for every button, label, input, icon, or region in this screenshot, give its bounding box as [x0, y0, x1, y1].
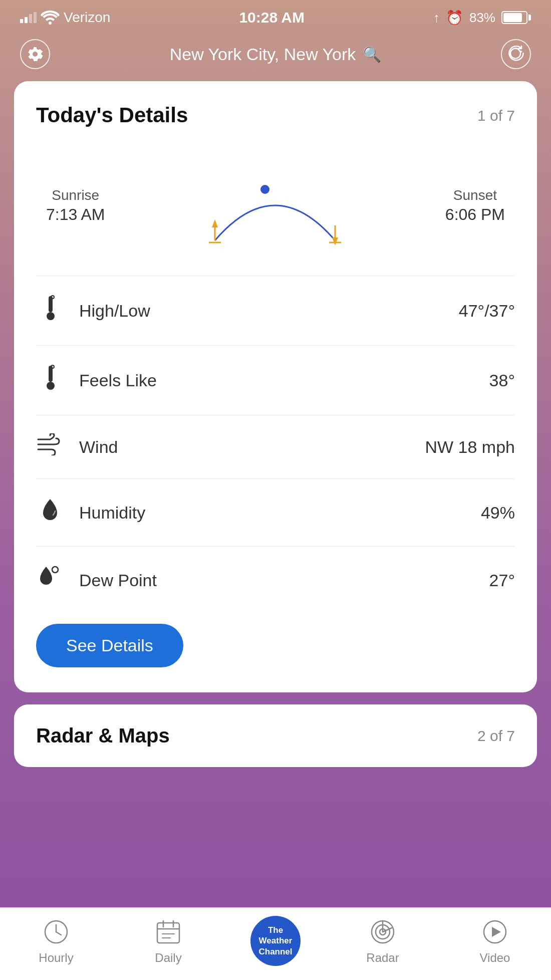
card-title: Today's Details	[36, 103, 188, 127]
high-low-label: High/Low	[79, 301, 150, 321]
wind-left: Wind	[36, 433, 118, 460]
refresh-icon	[507, 46, 524, 63]
radar-maps-card: Radar & Maps 2 of 7	[14, 704, 537, 767]
high-low-left: High/Low	[36, 294, 150, 327]
feels-like-icon	[36, 364, 64, 397]
signal-bar-3	[29, 14, 32, 23]
svg-rect-17	[157, 923, 179, 943]
nav-daily[interactable]: Daily	[138, 917, 198, 965]
sun-section: Sunrise 7:13 AM Sunset 6:06 PM	[36, 145, 515, 276]
feels-like-row: Feels Like 38°	[36, 345, 515, 415]
humidity-value: 49%	[481, 503, 515, 523]
play-icon	[480, 917, 510, 947]
svg-line-16	[56, 932, 61, 935]
wind-row: Wind NW 18 mph	[36, 415, 515, 478]
location-title[interactable]: New York City, New York 🔍	[170, 45, 382, 64]
sunset-label: Sunset	[445, 187, 505, 203]
nav-radar[interactable]: Radar	[353, 917, 413, 965]
video-label: Video	[480, 951, 510, 965]
settings-button[interactable]	[20, 39, 50, 69]
nav-twc[interactable]: TheWeatherChannel	[250, 916, 301, 966]
battery-percent: 83%	[469, 10, 495, 26]
nav-hourly[interactable]: Hourly	[26, 917, 86, 965]
location-text: New York City, New York	[170, 45, 356, 64]
carrier-name: Verizon	[64, 10, 110, 26]
location-icon: ↑	[433, 10, 440, 26]
hourly-label: Hourly	[39, 951, 73, 965]
alarm-icon: ⏰	[446, 10, 463, 26]
svg-point-8	[47, 312, 55, 320]
feels-like-value: 38°	[489, 371, 515, 390]
wind-value: NW 18 mph	[425, 437, 515, 457]
radar-card-title: Radar & Maps	[36, 724, 170, 747]
sun-arc-container	[115, 160, 435, 251]
feels-like-left: Feels Like	[36, 364, 157, 397]
svg-marker-29	[492, 927, 501, 937]
dew-point-icon	[36, 565, 64, 596]
status-left: Verizon	[20, 10, 110, 26]
daily-label: Daily	[155, 951, 181, 965]
bottom-nav: Hourly Daily TheWeatherChannel	[0, 907, 551, 980]
svg-marker-2	[212, 219, 218, 227]
svg-point-13	[52, 567, 58, 573]
calendar-icon	[153, 917, 183, 947]
svg-marker-5	[332, 237, 338, 246]
high-low-row: High/Low 47°/37°	[36, 276, 515, 345]
wind-icon	[36, 433, 64, 460]
sunset-value: 6:06 PM	[445, 205, 505, 224]
dew-point-value: 27°	[489, 571, 515, 590]
search-icon: 🔍	[363, 46, 381, 63]
app-header: New York City, New York 🔍	[0, 31, 551, 81]
high-low-value: 47°/37°	[459, 301, 515, 321]
dew-point-row: Dew Point 27°	[36, 546, 515, 614]
card-pagination: 1 of 7	[477, 107, 515, 124]
svg-point-12	[51, 365, 54, 368]
radar-card-pagination: 2 of 7	[477, 727, 515, 745]
status-right: ↑ ⏰ 83%	[433, 10, 531, 26]
signal-bar-2	[25, 17, 28, 23]
card-header: Today's Details 1 of 7	[36, 103, 515, 127]
signal-bars	[20, 12, 37, 23]
refresh-button[interactable]	[501, 39, 531, 69]
svg-point-11	[47, 382, 55, 390]
svg-point-9	[51, 296, 54, 299]
status-bar: Verizon 10:28 AM ↑ ⏰ 83%	[0, 0, 551, 31]
clock-icon	[41, 917, 71, 947]
thermometer-icon	[36, 294, 64, 327]
signal-bar-4	[34, 12, 37, 23]
radar-label: Radar	[366, 951, 399, 965]
dew-point-left: Dew Point	[36, 565, 157, 596]
signal-bar-1	[20, 19, 23, 23]
todays-details-card: Today's Details 1 of 7 Sunrise 7:13 AM	[14, 81, 537, 692]
radar-icon	[368, 917, 398, 947]
dew-point-label: Dew Point	[79, 571, 157, 590]
humidity-row: Humidity 49%	[36, 478, 515, 546]
feels-like-label: Feels Like	[79, 371, 157, 390]
sunrise-time: Sunrise 7:13 AM	[46, 187, 105, 224]
status-time: 10:28 AM	[239, 9, 305, 26]
wind-label: Wind	[79, 437, 118, 457]
sunrise-value: 7:13 AM	[46, 205, 105, 224]
nav-video[interactable]: Video	[465, 917, 525, 965]
wifi-icon	[41, 11, 60, 25]
humidity-left: Humidity	[36, 497, 145, 528]
svg-point-0	[260, 185, 269, 194]
humidity-icon	[36, 497, 64, 528]
see-details-button[interactable]: See Details	[36, 624, 183, 667]
sunrise-label: Sunrise	[46, 187, 105, 203]
sun-arc-svg	[200, 160, 350, 251]
humidity-label: Humidity	[79, 503, 145, 523]
sunset-time: Sunset 6:06 PM	[445, 187, 505, 224]
twc-logo-circle: TheWeatherChannel	[250, 916, 301, 966]
gear-icon	[27, 46, 43, 62]
twc-logo-text: TheWeatherChannel	[256, 923, 294, 959]
battery-icon	[501, 11, 531, 24]
